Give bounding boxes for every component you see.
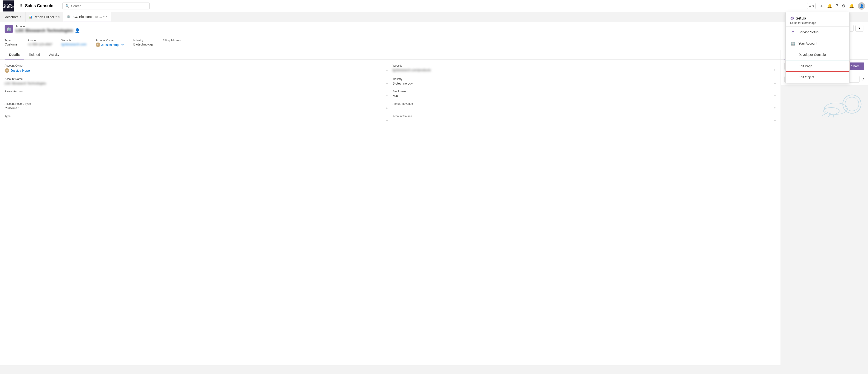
detail-type-label: Type bbox=[5, 115, 388, 118]
tab-report-close[interactable]: ✕ bbox=[58, 16, 60, 18]
dropdown-header: ⚙ Setup Setup for current app bbox=[785, 12, 849, 27]
recordtype-pencil-icon[interactable]: ✏ bbox=[386, 107, 388, 110]
dropdown-edit-page[interactable]: Edit Page bbox=[785, 61, 849, 72]
tab-accounts-chevron[interactable]: ▾ bbox=[20, 16, 21, 18]
detail-website-value: lgcbiosearch.com/products ✏ bbox=[393, 68, 776, 72]
refresh-button[interactable]: ↺ bbox=[861, 77, 864, 82]
detail-row-2: Account Name LGC Biosearch Technologies … bbox=[5, 78, 776, 85]
tab-accounts-label: Accounts bbox=[5, 15, 18, 19]
owner-value[interactable]: JH Jessica Hope ✏ bbox=[96, 42, 124, 47]
billing-label: Billing Address bbox=[163, 39, 181, 42]
record-name: LGC Biosearch Technologies 👤 bbox=[16, 28, 80, 33]
website-label: Website bbox=[62, 39, 87, 42]
detail-owner-field: Account Owner JH Jessica Hope ✏ bbox=[5, 64, 388, 73]
tab-report-builder[interactable]: 📊 Report Builder ▾ ✕ bbox=[26, 12, 64, 22]
website-value[interactable]: lgcbiosearch.com bbox=[62, 42, 87, 46]
developer-console-label: Developer Console bbox=[799, 53, 826, 57]
dropdown-title: ⚙ Setup bbox=[790, 16, 845, 21]
grid-icon[interactable]: ⠿ bbox=[19, 3, 22, 8]
website-field: Website lgcbiosearch.com bbox=[62, 39, 87, 47]
avatar[interactable]: 👤 bbox=[858, 2, 865, 10]
phone-label: Phone bbox=[28, 39, 52, 42]
tab-lgc-close[interactable]: ✕ bbox=[105, 15, 107, 18]
employees-pencil-icon[interactable]: ✏ bbox=[774, 94, 776, 97]
search-input[interactable] bbox=[71, 4, 147, 8]
phone-value: +1 555-123-4567 bbox=[28, 42, 52, 46]
type-pencil-icon[interactable]: ✏ bbox=[386, 119, 388, 122]
detail-employees-label: Employees bbox=[393, 90, 776, 93]
service-setup-label: Service Setup bbox=[799, 30, 818, 34]
detail-row-5: Type ✏ Account Source ✏ bbox=[5, 115, 776, 122]
detail-parent-label: Parent Account bbox=[5, 90, 388, 93]
detail-recordtype-field: Account Record Type Customer ✏ bbox=[5, 102, 388, 110]
billing-field: Billing Address bbox=[163, 39, 181, 47]
gear-icon[interactable]: ⚙ bbox=[842, 3, 845, 8]
detail-parent-value: ✏ bbox=[5, 94, 388, 97]
logo-area: PARQUET DEVELOPMENT bbox=[3, 0, 16, 11]
parent-pencil-icon[interactable]: ✏ bbox=[386, 94, 388, 97]
tab-related[interactable]: Related bbox=[24, 50, 44, 59]
detail-owner-value[interactable]: JH Jessica Hope ✏ bbox=[5, 68, 388, 73]
logo-text: PARQUET DEVELOPMENT bbox=[0, 3, 17, 8]
tab-lgc-biosearch[interactable]: 🏢 LGC Biosearch Tec... ▾ ✕ bbox=[63, 12, 111, 22]
acctname-blurred: LGC Biosearch Technologies bbox=[5, 82, 46, 85]
service-setup-icon: ⚙ bbox=[790, 29, 796, 35]
edit-object-label: Edit Object bbox=[799, 75, 814, 79]
acctname-pencil-icon[interactable]: ✏ bbox=[386, 82, 388, 85]
website-blurred: lgcbiosearch.com/products bbox=[393, 68, 431, 72]
tab-details[interactable]: Details bbox=[5, 50, 24, 59]
revenue-pencil-icon[interactable]: ✏ bbox=[774, 106, 776, 110]
notifications-icon[interactable]: 🔔 bbox=[849, 3, 854, 8]
industry-field: Industry Biotechnology bbox=[133, 39, 154, 47]
help-icon[interactable]: ? bbox=[836, 3, 838, 8]
detail-employees-field: Employees 500 ✏ bbox=[393, 90, 776, 98]
favorites-dropdown[interactable]: ★ ▾ bbox=[807, 3, 816, 9]
tab-activity[interactable]: Activity bbox=[44, 50, 64, 59]
record-header-top: 🏢 Account LGC Biosearch Technologies 👤 +… bbox=[5, 25, 863, 33]
detail-tabs-row: Details Related Activity bbox=[0, 50, 780, 59]
top-nav: PARQUET DEVELOPMENT ⠿ Sales Console 🔍 ★ … bbox=[0, 0, 868, 12]
tab-lgc-chevron[interactable]: ▾ bbox=[103, 15, 105, 18]
more-actions-button[interactable]: ▼ bbox=[856, 25, 863, 32]
dropdown-service-setup[interactable]: ⚙ Service Setup bbox=[785, 27, 849, 38]
search-icon: 🔍 bbox=[65, 4, 69, 8]
detail-owner-avatar: JH bbox=[5, 68, 9, 73]
detail-industry-field: Industry Biotechnology ✏ bbox=[393, 78, 776, 85]
detail-row-1: Account Owner JH Jessica Hope ✏ Website … bbox=[5, 64, 776, 73]
detail-source-label: Account Source bbox=[393, 115, 776, 118]
detail-recordtype-value: Customer ✏ bbox=[5, 106, 388, 110]
tab-report-chevron[interactable]: ▾ bbox=[56, 16, 57, 18]
chevron-down-icon: ▾ bbox=[812, 4, 814, 8]
star-icon: ★ bbox=[809, 4, 811, 8]
add-icon[interactable]: ＋ bbox=[819, 3, 824, 9]
record-type-label: Account bbox=[16, 25, 80, 28]
record-info: Account LGC Biosearch Technologies 👤 bbox=[16, 25, 80, 33]
notification-bell-icon[interactable]: 🔔 bbox=[827, 3, 832, 8]
detail-acctname-field: Account Name LGC Biosearch Technologies … bbox=[5, 78, 388, 85]
logo-box: PARQUET DEVELOPMENT bbox=[3, 0, 14, 11]
dropdown-developer-console[interactable]: Developer Console bbox=[785, 49, 849, 60]
svg-line-6 bbox=[833, 115, 834, 118]
record-fields: Type Customer Phone +1 555-123-4567 Webs… bbox=[0, 36, 868, 50]
detail-row-3: Parent Account ✏ Employees 500 ✏ bbox=[5, 90, 776, 98]
website-pencil-icon[interactable]: ✏ bbox=[774, 68, 776, 72]
record-type-icon: 🏢 bbox=[5, 25, 13, 33]
dropdown-your-account[interactable]: 🏢 Your Account bbox=[785, 38, 849, 49]
detail-industry-label: Industry bbox=[393, 78, 776, 81]
edit-page-icon bbox=[790, 63, 796, 69]
phone-field: Phone +1 555-123-4567 bbox=[28, 39, 52, 47]
record-name-text: LGC Biosearch Technologies bbox=[16, 28, 73, 33]
dropdown-edit-object[interactable]: Edit Object bbox=[785, 72, 849, 83]
detail-acctname-label: Account Name bbox=[5, 78, 388, 81]
detail-website-label: Website bbox=[393, 64, 776, 67]
detail-parent-field: Parent Account ✏ bbox=[5, 90, 388, 98]
detail-revenue-field: Annual Revenue ✏ bbox=[393, 102, 776, 110]
report-icon: 📊 bbox=[29, 15, 32, 19]
detail-type-value: ✏ bbox=[5, 119, 388, 122]
tab-accounts[interactable]: Accounts ▾ bbox=[2, 12, 26, 22]
owner-pencil-icon[interactable]: ✏ bbox=[386, 69, 388, 72]
detail-source-field: Account Source ✏ bbox=[393, 115, 776, 122]
edit-page-label: Edit Page bbox=[799, 64, 812, 68]
source-pencil-icon[interactable]: ✏ bbox=[774, 119, 776, 122]
industry-pencil-icon[interactable]: ✏ bbox=[774, 82, 776, 85]
